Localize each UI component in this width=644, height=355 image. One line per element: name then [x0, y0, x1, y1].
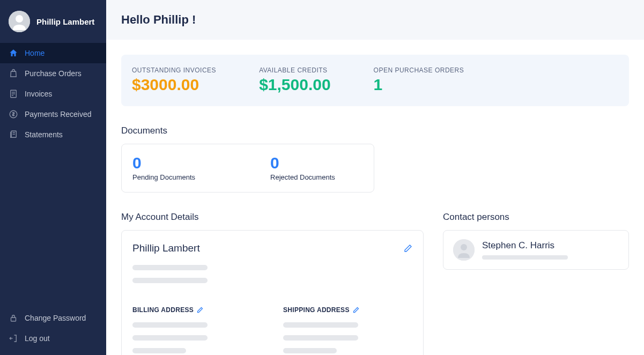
- stat-value: $1,500.00: [259, 75, 330, 94]
- contacts-column: Contact persons Stephen C. Harris: [443, 212, 629, 355]
- svg-rect-10: [11, 317, 16, 321]
- shipping-label: SHIPPING ADDRESS: [283, 306, 350, 314]
- avatar-icon: [453, 239, 475, 261]
- user-avatar: [9, 11, 30, 32]
- contact-name: Stephen C. Harris: [482, 240, 568, 251]
- placeholder-line: [132, 322, 208, 328]
- placeholder-line: [283, 335, 358, 341]
- stats-card: OUTSTANDING INVOICES $3000.00 AVAILABLE …: [121, 55, 629, 106]
- pencil-icon: [353, 307, 359, 313]
- contacts-title: Contact persons: [443, 212, 629, 223]
- nav-change-password[interactable]: Change Password: [0, 308, 106, 328]
- doc-count: 0: [132, 155, 195, 171]
- placeholder-line: [132, 348, 186, 353]
- placeholder-line: [482, 255, 568, 260]
- stat-label: OPEN PURCHASE ORDERS: [374, 66, 464, 74]
- contact-avatar: [453, 239, 475, 261]
- stat-label: AVAILABLE CREDITS: [259, 66, 330, 74]
- user-header: Phillip Lambert: [0, 0, 106, 43]
- documents-title: Documents: [121, 125, 629, 136]
- account-column: My Account Details Phillip Lambert: [121, 212, 424, 355]
- doc-label: Pending Documents: [132, 173, 195, 181]
- placeholder-line: [132, 265, 208, 270]
- greeting: Hello Phillip !: [121, 13, 629, 27]
- billing-label: BILLING ADDRESS: [132, 306, 194, 314]
- sidebar: Phillip Lambert Home Purchase Orders In: [0, 0, 106, 355]
- logout-icon: [9, 334, 18, 343]
- account-card: Phillip Lambert BILLING ADDRESS: [121, 230, 424, 355]
- nav-label: Payments Received: [25, 110, 92, 119]
- nav-label: Statements: [25, 130, 63, 139]
- stat-value: $3000.00: [132, 75, 216, 94]
- placeholder-line: [132, 278, 208, 283]
- bag-icon: [9, 69, 18, 78]
- contact-info: Stephen C. Harris: [482, 240, 568, 260]
- account-header: Phillip Lambert: [132, 242, 412, 254]
- nav-label: Log out: [25, 334, 50, 343]
- two-column-layout: My Account Details Phillip Lambert: [121, 212, 629, 355]
- bottom-nav: Change Password Log out: [0, 308, 106, 355]
- content: OUTSTANDING INVOICES $3000.00 AVAILABLE …: [106, 55, 644, 355]
- stat-outstanding-invoices: OUTSTANDING INVOICES $3000.00: [132, 66, 216, 94]
- nav-statements[interactable]: Statements: [0, 124, 106, 145]
- placeholder-line: [132, 335, 208, 341]
- documents-card: 0 Pending Documents 0 Rejected Documents: [121, 144, 374, 193]
- nav-label: Purchase Orders: [25, 69, 82, 78]
- stat-open-purchase-orders: OPEN PURCHASE ORDERS 1: [374, 66, 464, 94]
- avatar-icon: [9, 11, 30, 32]
- account-title: My Account Details: [121, 212, 424, 223]
- shipping-address: SHIPPING ADDRESS: [283, 305, 412, 355]
- home-icon: [9, 48, 18, 58]
- doc-label: Rejected Documents: [270, 173, 335, 181]
- placeholder-line: [283, 322, 358, 328]
- pencil-icon: [404, 244, 412, 253]
- account-name: Phillip Lambert: [132, 242, 200, 254]
- main-content: Hello Phillip ! OUTSTANDING INVOICES $30…: [106, 0, 644, 355]
- shipping-label-row: SHIPPING ADDRESS: [283, 306, 359, 314]
- pencil-icon: [197, 307, 203, 313]
- billing-address: BILLING ADDRESS: [132, 305, 262, 355]
- doc-count: 0: [270, 155, 335, 171]
- edit-shipping-button[interactable]: [353, 307, 359, 313]
- page-header: Hello Phillip !: [106, 0, 644, 40]
- nav-invoices[interactable]: Invoices: [0, 84, 106, 104]
- nav-purchase-orders[interactable]: Purchase Orders: [0, 63, 106, 84]
- main-nav: Home Purchase Orders Invoices Payments R…: [0, 43, 106, 308]
- nav-logout[interactable]: Log out: [0, 328, 106, 349]
- billing-label-row: BILLING ADDRESS: [132, 306, 203, 314]
- placeholder-line: [283, 348, 337, 353]
- rejected-documents[interactable]: 0 Rejected Documents: [270, 155, 335, 181]
- edit-billing-button[interactable]: [197, 307, 203, 313]
- user-name: Phillip Lambert: [36, 17, 94, 26]
- addresses: BILLING ADDRESS: [132, 305, 412, 355]
- nav-label: Home: [25, 49, 45, 57]
- lock-icon: [9, 313, 18, 323]
- edit-account-button[interactable]: [404, 244, 412, 253]
- statements-icon: [9, 130, 18, 139]
- stat-value: 1: [374, 75, 464, 94]
- nav-label: Change Password: [25, 314, 86, 322]
- svg-point-1: [16, 15, 23, 23]
- nav-payments-received[interactable]: Payments Received: [0, 104, 106, 124]
- svg-point-12: [461, 244, 467, 250]
- stat-available-credits: AVAILABLE CREDITS $1,500.00: [259, 66, 330, 94]
- contact-card[interactable]: Stephen C. Harris: [443, 230, 629, 270]
- nav-label: Invoices: [25, 90, 52, 98]
- pending-documents[interactable]: 0 Pending Documents: [132, 155, 195, 181]
- invoice-icon: [9, 89, 18, 99]
- stat-label: OUTSTANDING INVOICES: [132, 66, 216, 74]
- nav-home[interactable]: Home: [0, 43, 106, 63]
- dollar-icon: [9, 109, 18, 119]
